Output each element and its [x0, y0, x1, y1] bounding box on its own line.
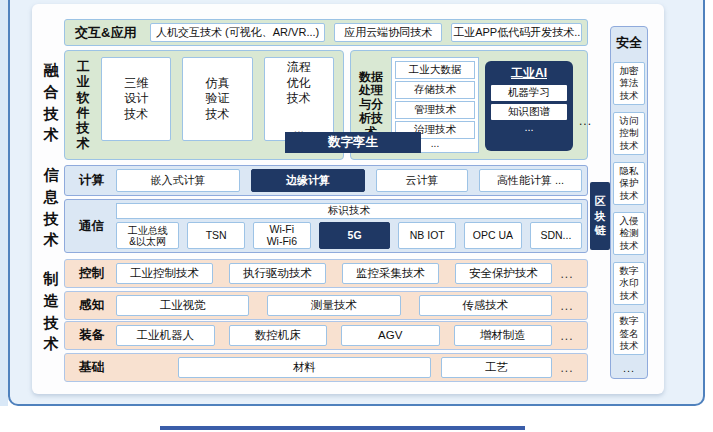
tech-box: 管理技术	[395, 101, 475, 119]
slide-frame: 融 合 技 术 信 息 技 术 制 造 技 术 交互&应用 人机交互技术 (可视…	[8, 0, 705, 406]
equipment-row-label: 装备	[70, 327, 116, 344]
tech-box: 知识图谱	[491, 104, 567, 120]
communication-row-label: 通信	[70, 203, 116, 249]
tech-box: 测量技术	[267, 295, 400, 316]
equipment-row: 装备 工业机器人 数控机床 AGV 增材制造 ...	[64, 321, 588, 350]
tech-box: 访问 控制 技术	[613, 112, 645, 155]
page-left-edge-strip	[0, 0, 8, 406]
foundation-row: 基础 材料 工艺 ...	[64, 353, 588, 382]
tech-box: 材料	[178, 357, 431, 378]
tech-box: Wi-Fi Wi-Fi6	[253, 222, 311, 249]
tech-box: 数字 水印 技术	[613, 262, 645, 305]
sensing-row-label: 感知	[70, 297, 116, 314]
industrial-software-label: 工 业 软 件 技 术	[74, 59, 92, 151]
control-row-ellipsis: ...	[552, 267, 582, 281]
tech-box: 工艺	[441, 357, 552, 378]
tech-box: 仿真 验证 技术	[182, 57, 252, 141]
tech-box: 工业机器人	[116, 325, 215, 346]
compute-row: 计算 嵌入式计算 边缘计算 云计算 高性能计算 ...	[64, 165, 588, 196]
tech-box: 工业APP低代码开发技术..	[451, 23, 582, 42]
tech-box: 嵌入式计算	[116, 169, 240, 192]
category-label-fusion-tech: 融 合 技 术	[40, 59, 62, 146]
tech-box: AGV	[341, 325, 440, 346]
bigdata-title: 工业大数据	[395, 61, 475, 79]
category-label-information-tech: 信 息 技 术	[40, 164, 62, 251]
tech-box: 监控采集技术	[342, 263, 439, 284]
control-row: 控制 工业控制技术 执行驱动技术 监控采集技术 安全保护技术 ...	[64, 259, 588, 288]
tech-box: 安全保护技术	[455, 263, 552, 284]
industrial-ai-title: 工业AI	[491, 65, 567, 82]
tech-box: 高性能计算 ...	[479, 169, 582, 192]
data-processing-label: 数据 处理 与分 析技 术	[357, 71, 385, 140]
sensing-row: 感知 工业视觉 测量技术 传感技术 ...	[64, 291, 588, 320]
tech-box: 工业总线 &以太网	[116, 222, 179, 249]
tech-box: 边缘计算	[251, 169, 365, 192]
tech-box: 应用云端协同技术	[334, 23, 442, 42]
bottom-accent-bar	[160, 426, 525, 430]
control-row-label: 控制	[70, 265, 116, 282]
foundation-row-label: 基础	[70, 359, 116, 376]
equipment-row-boxes: 工业机器人 数控机床 AGV 增材制造	[116, 325, 552, 346]
compute-row-label: 计算	[70, 172, 116, 189]
communication-row: 通信 标识技术 工业总线 &以太网 TSN Wi-Fi Wi-Fi6 5G NB…	[64, 199, 588, 253]
interaction-row-boxes: 人机交互技术 (可视化、AR/VR...) 应用云端协同技术 工业APP低代码开…	[150, 23, 582, 42]
tech-box: 机器学习	[491, 85, 567, 101]
tech-box: 增材制造	[454, 325, 553, 346]
tech-box: 流程 优化 技术 ...	[264, 57, 334, 141]
tech-box: NB IOT	[398, 222, 456, 249]
blockchain-tab: 区 块 链	[590, 182, 610, 250]
interaction-application-row: 交互&应用 人机交互技术 (可视化、AR/VR...) 应用云端协同技术 工业A…	[64, 19, 588, 46]
sensing-row-ellipsis: ...	[552, 299, 582, 313]
tech-box: 工业控制技术	[116, 263, 213, 284]
security-column-title: 安全	[616, 34, 642, 52]
category-label-manufacturing-tech: 制 造 技 术	[40, 268, 62, 355]
tech-box: OPC UA	[464, 222, 522, 249]
foundation-row-ellipsis: ...	[552, 361, 582, 375]
tech-box: 人机交互技术 (可视化、AR/VR...)	[150, 23, 325, 42]
tech-box: 云计算	[376, 169, 468, 192]
tech-box: 三维 设计 技术	[101, 57, 171, 141]
foundation-row-boxes: 材料 工艺	[116, 357, 552, 378]
security-more-ellipsis: ...	[623, 362, 635, 374]
tech-box: 数字 签名 技术	[613, 312, 645, 355]
digital-twin-banner: 数字孪生	[285, 132, 421, 153]
communication-row-boxes: 工业总线 &以太网 TSN Wi-Fi Wi-Fi6 5G NB IOT OPC…	[116, 222, 582, 249]
identification-tech-banner: 标识技术	[116, 203, 582, 219]
ai-more-ellipsis: ...	[491, 123, 567, 131]
tech-box: 执行驱动技术	[229, 263, 326, 284]
tech-box: TSN	[187, 222, 245, 249]
communication-row-content: 标识技术 工业总线 &以太网 TSN Wi-Fi Wi-Fi6 5G NB IO…	[116, 203, 582, 249]
tech-box: 隐私 保护 技术	[613, 162, 645, 205]
tech-box: SDN...	[530, 222, 582, 249]
interaction-row-label: 交互&应用	[70, 24, 150, 42]
diagram-panel: 融 合 技 术 信 息 技 术 制 造 技 术 交互&应用 人机交互技术 (可视…	[32, 4, 664, 394]
tech-box: 加密 算法 技术	[613, 62, 645, 105]
tech-box: 5G	[319, 222, 391, 249]
security-column: 安全 加密 算法 技术 访问 控制 技术 隐私 保护 技术 入侵 检测 技术 数…	[610, 26, 648, 379]
tech-box: 传感技术	[419, 295, 552, 316]
control-row-boxes: 工业控制技术 执行驱动技术 监控采集技术 安全保护技术	[116, 263, 552, 284]
tech-box: 数控机床	[229, 325, 328, 346]
tech-box: 入侵 检测 技术	[613, 212, 645, 255]
sensing-row-boxes: 工业视觉 测量技术 传感技术	[116, 295, 552, 316]
equipment-row-ellipsis: ...	[552, 329, 582, 343]
tech-box: 存储技术	[395, 81, 475, 99]
industrial-ai-box: 工业AI 机器学习 知识图谱 ...	[485, 61, 573, 151]
data-section-more-ellipsis: ...	[579, 114, 592, 128]
tech-box: 工业视觉	[116, 295, 249, 316]
compute-row-boxes: 嵌入式计算 边缘计算 云计算 高性能计算 ...	[116, 169, 582, 192]
